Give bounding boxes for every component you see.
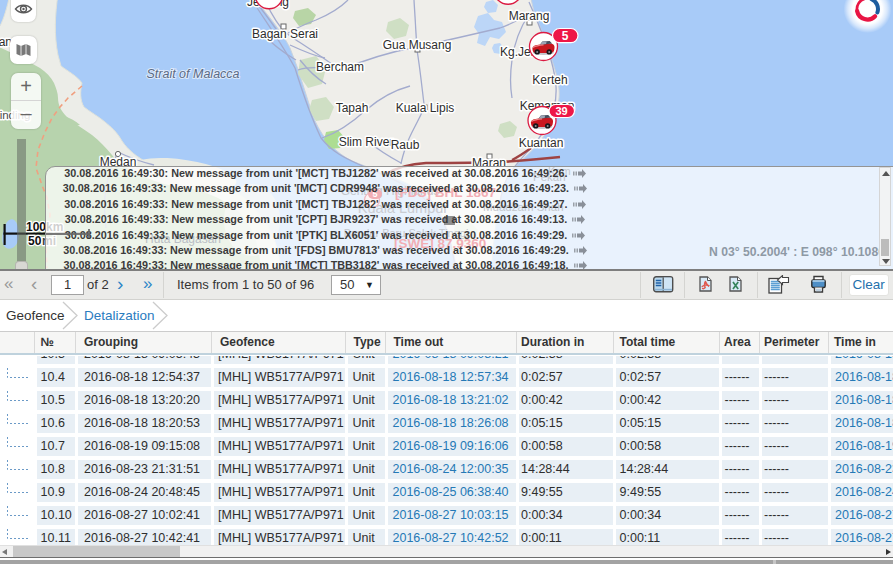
svg-text:5: 5: [562, 29, 569, 43]
svg-text:39: 39: [555, 105, 567, 117]
